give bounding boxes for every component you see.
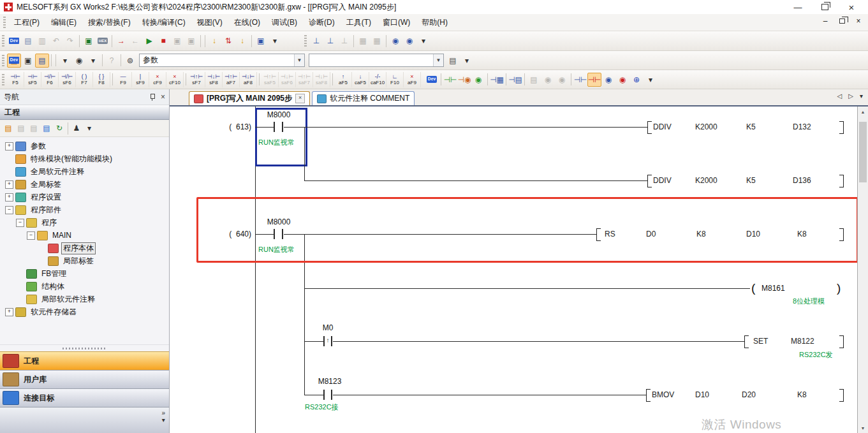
copy-data-icon[interactable]: ▤ [15, 122, 27, 135]
contact-m0-label[interactable]: M0 [321, 323, 334, 332]
menu-debug[interactable]: 调试(B) [266, 15, 303, 30]
sampling-trace2-icon[interactable]: ▦ [370, 34, 384, 48]
fkey-delete-branch[interactable]: ×aF9 [404, 72, 421, 87]
m8122-comment[interactable]: RS232C发 [799, 350, 833, 360]
tab-scroll-right-icon[interactable]: ▷ [848, 92, 853, 99]
fkey-application-instruction[interactable]: { }F8 [93, 72, 110, 87]
fkey-falling-pulse-close[interactable]: ⊣↓⊢saF6 [279, 72, 296, 87]
tree-expander-icon[interactable]: + [5, 308, 13, 316]
monitor-mode-icon[interactable]: ⊣⊢ [573, 73, 587, 87]
coil-m8161-comment[interactable]: 8位处理模 [793, 297, 825, 306]
note-edit-icon[interactable]: ▤ [527, 73, 541, 87]
fkey-overflow-icon[interactable]: ▾ [644, 73, 658, 87]
find-replace-ladder-icon[interactable]: ◉ [615, 73, 629, 87]
device-display-dropdown[interactable]: ▾ [58, 54, 72, 68]
tree-item-program[interactable]: − 程序 [0, 216, 169, 229]
tree-item-global-label[interactable]: + 全局标签 [0, 178, 169, 191]
panel-close-icon[interactable]: × [161, 92, 165, 101]
device-find-icon[interactable]: Dev [425, 73, 439, 87]
monitor-resume-icon[interactable]: ▣ [184, 34, 198, 48]
device-terminal-icon[interactable]: ▣ [82, 34, 96, 48]
paste-data-icon[interactable]: ▤ [27, 122, 40, 135]
contact-m8000[interactable] [274, 122, 275, 132]
menu-window[interactable]: 窗口(W) [377, 15, 416, 30]
vertical-scrollbar[interactable]: ▲ ▼ [857, 106, 868, 433]
module-configuration-icon[interactable]: ▣ [21, 54, 35, 68]
hex-display-icon[interactable]: HEX [96, 34, 110, 48]
ladder-monitor2-icon[interactable]: ⊥ [323, 34, 337, 48]
menu-online[interactable]: 在线(O) [228, 15, 266, 30]
fkey-delete-vertical-line[interactable]: ×cF10 [166, 72, 184, 87]
instr-ddiv1-arg2[interactable]: K5 [746, 122, 756, 131]
tab-close-icon[interactable]: × [295, 94, 305, 103]
minimize-button[interactable]: — [793, 2, 803, 12]
fkey-open-branch[interactable]: ⊣⊢sF5 [24, 72, 41, 87]
tree-item-program-setting[interactable]: + 程序设置 [0, 191, 169, 203]
nav-splitter[interactable] [0, 344, 169, 351]
tree-item-parameter[interactable]: + 参数 [0, 140, 169, 152]
nav-user-library-button[interactable]: 用户库 [0, 370, 169, 388]
instr-ddiv1-arg1[interactable]: K2000 [695, 122, 717, 131]
help-icon[interactable]: ? [105, 54, 119, 68]
toolbar-options-icon[interactable]: ▾ [460, 54, 474, 68]
fkey-rising-pulse[interactable]: ⊣↑⊢sF7 [188, 72, 205, 87]
toolbar-overflow2-icon[interactable]: ▾ [416, 34, 430, 48]
monitor-start-icon[interactable]: ▶ [142, 34, 156, 48]
watch-window2-icon[interactable]: ◉ [402, 34, 416, 48]
tab-list-icon[interactable]: ▾ [860, 92, 863, 99]
instr-bmov-op[interactable]: BMOV [652, 390, 674, 399]
scroll-down-icon[interactable]: ▼ [858, 423, 868, 433]
mdi-close-button[interactable]: × [854, 17, 863, 26]
instr-set-arg1[interactable]: M8122 [791, 337, 814, 346]
tree-item-local-device-comment[interactable]: 局部软元件注释 [0, 293, 169, 305]
ladder-monitor3-icon[interactable]: ⊥ [337, 34, 351, 48]
refresh-icon[interactable]: ↻ [53, 122, 66, 135]
docking-window-icon[interactable]: ▤ [35, 54, 49, 68]
fkey-falling-pulse-branch[interactable]: ⊣↓⊢aF8 [240, 72, 257, 87]
user-sort-dropdown[interactable]: ▾ [83, 122, 96, 135]
undo-icon[interactable]: ↶ [49, 34, 63, 48]
tree-expander-icon[interactable]: + [5, 142, 13, 150]
device-display-setting-icon[interactable]: Dev [7, 54, 21, 68]
menu-convert-compile[interactable]: 转换/编译(C) [136, 15, 191, 30]
monitor-stop-icon[interactable]: ■ [156, 34, 170, 48]
statement-edit-icon[interactable]: ⊣▤ [508, 73, 522, 87]
fkey-close-branch[interactable]: ⊣/⊢sF6 [59, 72, 76, 87]
mdi-minimize-button[interactable]: – [821, 17, 830, 26]
find-ladder-icon[interactable]: ◉ [601, 73, 615, 87]
contact-m8000-label[interactable]: M8000 [264, 110, 293, 119]
combo-dropdown-icon[interactable]: ▼ [433, 54, 443, 66]
instr-ddiv2-arg3[interactable]: D136 [793, 176, 811, 185]
fkey-rising-pulse-branch[interactable]: ⊣↑⊢aF7 [223, 72, 240, 87]
monitor-pause-icon[interactable]: ▣ [170, 34, 184, 48]
tree-item-fb-management[interactable]: FB管理 [0, 267, 169, 280]
tab-scroll-left-icon[interactable]: ◁ [837, 92, 842, 99]
paste-icon[interactable]: ▥ [35, 34, 49, 48]
contact-m8000-comment[interactable]: RUN监视常 [258, 138, 295, 147]
instr-bmov-arg3[interactable]: K8 [797, 390, 807, 399]
ladder-monitor-icon[interactable]: ⊥ [309, 34, 323, 48]
fkey-coil[interactable]: ( )F7 [76, 72, 93, 87]
partial-run-icon[interactable]: ↓ [235, 34, 249, 48]
data-select-combo[interactable]: 参数 ▼ [139, 54, 305, 67]
menu-edit[interactable]: 编辑(E) [45, 15, 82, 30]
coil-m8161[interactable]: ( [751, 282, 755, 294]
tree-item-local-label[interactable]: 局部标签 [0, 254, 169, 267]
menu-view[interactable]: 视图(V) [191, 15, 228, 30]
fkey-invert-result[interactable]: -/-caF10 [369, 72, 386, 87]
skip-run-icon[interactable]: ⇅ [221, 34, 235, 48]
write-mode-icon[interactable]: ◉ [555, 73, 569, 87]
fkey-horizontal-line[interactable]: —F9 [115, 72, 132, 87]
fkey-close-contact[interactable]: ⊣/⊢F6 [41, 72, 59, 87]
restore-button[interactable] [820, 2, 830, 12]
contact-m0-rising[interactable] [331, 336, 332, 346]
fkey-delete-horizontal-line[interactable]: ×cF9 [149, 72, 166, 87]
coil-m8161[interactable]: ) [837, 282, 841, 294]
contact-m8123-comment[interactable]: RS232C接 [305, 402, 339, 412]
contact-m8123[interactable] [331, 390, 332, 400]
close-button[interactable]: × [846, 2, 857, 12]
user-sort-icon[interactable]: ♟ [70, 122, 83, 135]
fkey-open-contact[interactable]: ⊣⊢F5 [7, 72, 24, 87]
fkey-branch-line[interactable]: ∟F10 [386, 72, 404, 87]
ladder-editor[interactable]: ( 613) M8000 RUN监视常 DDIV K2000 K5 D132 [170, 106, 857, 433]
